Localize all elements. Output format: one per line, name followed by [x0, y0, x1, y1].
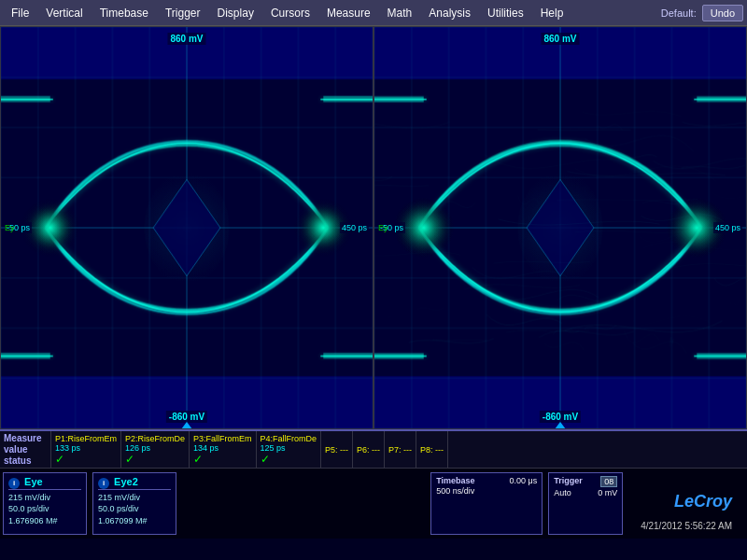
param-col-7: P7: --- — [385, 431, 416, 468]
eye1-title: i Eye — [8, 476, 81, 490]
status-header-text: status — [4, 455, 47, 466]
eye2-ps: 50.0 ps/div — [98, 503, 171, 515]
time-right-1: 450 ps — [340, 222, 369, 233]
eye1-ps: 50.0 ps/div — [8, 503, 81, 515]
eye1-mv: 215 mV/div — [8, 492, 81, 504]
param-col-1: P1:RiseFromEm 133 ps ✓ — [51, 431, 121, 468]
eye1-info-box[interactable]: i Eye 215 mV/div 50.0 ps/div 1.676906 M# — [3, 472, 87, 535]
time-right-2: 450 ps — [713, 222, 742, 233]
waveform-row: 860 mV -860 mV -50 ps 450 ps Ey 860 mV -… — [0, 26, 747, 429]
lecroy-logo: LeCroy — [667, 490, 740, 513]
measure-labels-row: Measure value status P1:RiseFromEm 133 p… — [0, 431, 747, 469]
eye-label-1: Ey — [5, 223, 15, 232]
menu-utilities[interactable]: Utilities — [480, 4, 531, 22]
trigger-icon: 08 — [600, 476, 617, 487]
menu-file[interactable]: File — [4, 4, 36, 22]
trigger-mode: Auto — [554, 488, 571, 497]
voltage-top-1: 860 mV — [167, 33, 205, 45]
eye2-mv: 215 mV/div — [98, 492, 171, 504]
menu-timebase[interactable]: Timebase — [92, 4, 156, 22]
param-name-8: P8: --- — [420, 445, 444, 455]
datetime-label: 4/21/2012 5:56:22 AM — [641, 521, 732, 531]
param-check-2: ✓ — [125, 453, 185, 466]
param-val-1: 133 ps — [55, 443, 117, 453]
menu-cursors[interactable]: Cursors — [263, 4, 317, 22]
param-col-3: P3:FallFromEm 134 ps ✓ — [190, 431, 257, 468]
param-name-1: P1:RiseFromEm — [55, 434, 117, 443]
measure-header-col: Measure value status — [0, 431, 51, 468]
trigger-voltage: 0 mV — [598, 488, 617, 497]
value-header-text: value — [4, 444, 47, 455]
scope-panel-1: 860 mV -860 mV -50 ps 450 ps Ey — [0, 26, 374, 429]
menu-bar: File Vertical Timebase Trigger Display C… — [0, 0, 747, 26]
waveform-canvas-1 — [1, 27, 373, 428]
param-name-3: P3:FallFromEm — [193, 434, 252, 443]
param-col-5: P5: --- — [321, 431, 353, 468]
measure-header-text: Measure — [4, 433, 47, 443]
bottom-bar: Measure value status P1:RiseFromEm 133 p… — [0, 429, 747, 560]
timebase-nsdiv: 500 ns/div — [436, 486, 474, 496]
arrow-indicator-1 — [181, 422, 192, 429]
menu-measure[interactable]: Measure — [319, 4, 378, 22]
param-val-2: 126 ps — [125, 443, 185, 453]
eye2-mem: 1.067099 M# — [98, 515, 171, 527]
timebase-box: Timebase 0.00 μs 500 ns/div — [430, 472, 543, 535]
param-check-3: ✓ — [193, 453, 252, 466]
param-val-3: 134 ps — [193, 443, 252, 453]
param-col-4: P4:FallFromDe 125 ps ✓ — [257, 431, 322, 468]
eye2-info-box[interactable]: i Eye2 215 mV/div 50.0 ps/div 1.067099 M… — [92, 472, 176, 535]
trigger-box: Trigger 08 Auto 0 mV — [548, 472, 623, 535]
timebase-value: 0.00 μs — [509, 476, 537, 485]
arrow-indicator-2 — [555, 422, 566, 429]
eye2-title: i Eye2 — [98, 476, 171, 490]
param-check-4: ✓ — [261, 453, 317, 466]
menu-math[interactable]: Math — [380, 4, 420, 22]
voltage-top-2: 860 mV — [541, 33, 579, 45]
default-label: Default: — [661, 7, 697, 19]
eye2-icon: i — [98, 478, 109, 489]
param-name-4: P4:FallFromDe — [261, 434, 317, 443]
eye-label-2: Ey — [378, 223, 388, 232]
param-name-5: P5: --- — [325, 445, 348, 455]
main-area: 860 mV -860 mV -50 ps 450 ps Ey 860 mV -… — [0, 26, 747, 560]
menu-display[interactable]: Display — [210, 4, 261, 22]
param-col-8: P8: --- — [416, 431, 448, 468]
param-name-6: P6: --- — [357, 445, 380, 455]
waveform-canvas-2 — [374, 27, 746, 428]
param-col-6: P6: --- — [353, 431, 385, 468]
eye1-icon: i — [8, 478, 20, 489]
trigger-label: Trigger — [554, 476, 583, 487]
param-check-1: ✓ — [55, 453, 117, 466]
timebase-label: Timebase — [436, 476, 474, 485]
param-val-4: 125 ps — [261, 443, 317, 453]
scope-panel-2: 860 mV -860 mV -50 ps 450 ps Ey — [374, 26, 747, 429]
menu-trigger[interactable]: Trigger — [158, 4, 208, 22]
param-name-2: P2:RiseFromDe — [125, 434, 185, 443]
param-col-2: P2:RiseFromDe 126 ps ✓ — [121, 431, 190, 468]
menu-vertical[interactable]: Vertical — [38, 4, 90, 22]
eye1-mem: 1.676906 M# — [8, 515, 81, 527]
param-name-7: P7: --- — [388, 445, 412, 455]
menu-help[interactable]: Help — [533, 4, 571, 22]
menu-analysis[interactable]: Analysis — [421, 4, 478, 22]
undo-button[interactable]: Undo — [702, 5, 743, 21]
channel-info-row: i Eye 215 mV/div 50.0 ps/div 1.676906 M#… — [0, 469, 747, 539]
